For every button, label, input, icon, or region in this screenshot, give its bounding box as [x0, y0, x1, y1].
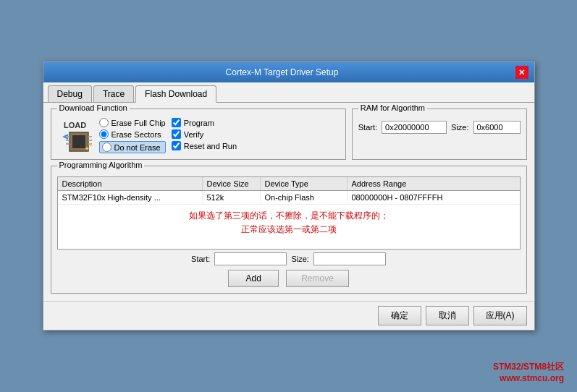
table-header: Description Device Size Device Type Addr… [58, 177, 520, 191]
algo-size-label: Size: [291, 255, 308, 263]
ram-start-input[interactable] [382, 121, 447, 134]
program-check-item[interactable]: Program [172, 118, 237, 127]
chip-svg: ✦ ✦ [62, 129, 96, 154]
programming-algorithm-group: Programming Algorithm Description Device… [51, 166, 527, 294]
erase-full-chip-option[interactable]: Erase Full Chip [99, 118, 166, 127]
col-device-size: Device Size [203, 177, 261, 190]
table-body: STM32F10x High-density ... 512k On-chip … [58, 191, 520, 249]
tab-debug[interactable]: Debug [48, 85, 92, 102]
size-label: Size: [451, 123, 468, 132]
ram-inner: Start: Size: [358, 121, 521, 134]
algo-size-input[interactable] [313, 252, 386, 265]
download-function-title: Download Function [57, 103, 130, 112]
main-content: Download Function LOAD [43, 103, 534, 301]
svg-rect-4 [66, 140, 70, 141]
tab-trace[interactable]: Trace [93, 85, 134, 102]
tab-bar: Debug Trace Flash Download [43, 82, 534, 103]
erase-full-chip-radio[interactable] [99, 118, 109, 127]
verify-checkbox[interactable] [172, 129, 181, 139]
svg-rect-3 [66, 136, 70, 137]
row-address-range: 08000000H - 0807FFFFH [348, 191, 478, 204]
verify-check-item[interactable]: Verify [172, 129, 237, 139]
bottom-bar: 确定 取消 应用(A) [43, 301, 534, 330]
algo-start-label: Start: [191, 255, 210, 263]
reset-run-checkbox[interactable] [172, 141, 181, 150]
reset-run-check-item[interactable]: Reset and Run [172, 141, 237, 150]
watermark: STM32/STM8社区www.stmcu.org [493, 361, 564, 383]
remove-button[interactable]: Remove [286, 270, 349, 287]
add-button[interactable]: Add [228, 270, 279, 287]
ram-group-title: RAM for Algorithm [358, 103, 427, 112]
algo-start-input[interactable] [214, 252, 287, 265]
erase-sectors-option[interactable]: Erase Sectors [99, 129, 166, 139]
erase-options: Erase Full Chip Erase Sectors Do not Era… [99, 118, 166, 153]
close-button[interactable]: ✕ [515, 66, 528, 79]
load-icon-area: LOAD [57, 116, 93, 153]
ram-size-input[interactable] [473, 121, 521, 134]
main-window: Cortex-M Target Driver Setup ✕ Debug Tra… [43, 61, 535, 331]
col-device-type: Device Type [261, 177, 348, 190]
cancel-button[interactable]: 取消 [426, 306, 469, 325]
annotation-text: 如果选了第三项的话，不擦除，是不能下载程序的； 正常应该选第一或第二项 [58, 205, 520, 241]
algo-table: Description Device Size Device Type Addr… [57, 176, 521, 250]
row-device-type: On-chip Flash [261, 191, 348, 204]
svg-rect-6 [88, 136, 92, 137]
tab-flash-download[interactable]: Flash Download [135, 85, 216, 103]
start-label: Start: [358, 123, 377, 132]
annotation-line1: 如果选了第三项的话，不擦除，是不能下载程序的； [62, 209, 515, 223]
chip-graphic: ✦ ✦ [62, 129, 88, 150]
col-address-range: Address Range [348, 177, 478, 190]
ram-for-algorithm-group: RAM for Algorithm Start: Size: [352, 108, 527, 160]
top-panels: Download Function LOAD [51, 108, 527, 160]
annotation-line2: 正常应该选第一或第二项 [62, 223, 515, 237]
table-row: STM32F10x High-density ... 512k On-chip … [58, 191, 520, 205]
algo-start-size-row: Start: Size: [57, 252, 521, 265]
prog-algo-title: Programming Algorithm [57, 161, 145, 169]
program-checkbox[interactable] [172, 118, 181, 127]
do-not-erase-radio[interactable] [102, 142, 111, 152]
apply-button[interactable]: 应用(A) [473, 306, 527, 325]
df-inner: LOAD [57, 116, 340, 153]
window-title: Cortex-M Target Driver Setup [49, 67, 515, 77]
algo-btn-row: Add Remove [57, 270, 521, 287]
row-device-size: 512k [203, 191, 261, 204]
svg-rect-7 [88, 140, 92, 141]
program-options: Program Verify Reset and Run [172, 118, 237, 153]
download-function-group: Download Function LOAD [51, 108, 346, 160]
load-text: LOAD [64, 121, 86, 129]
row-description: STM32F10x High-density ... [58, 191, 203, 204]
ok-button[interactable]: 确定 [378, 306, 421, 325]
svg-rect-5 [66, 143, 70, 145]
title-bar: Cortex-M Target Driver Setup ✕ [43, 62, 534, 82]
col-description: Description [58, 177, 203, 190]
do-not-erase-option[interactable]: Do not Erase [99, 141, 166, 153]
svg-text:✦: ✦ [88, 142, 93, 148]
erase-sectors-radio[interactable] [99, 129, 109, 139]
